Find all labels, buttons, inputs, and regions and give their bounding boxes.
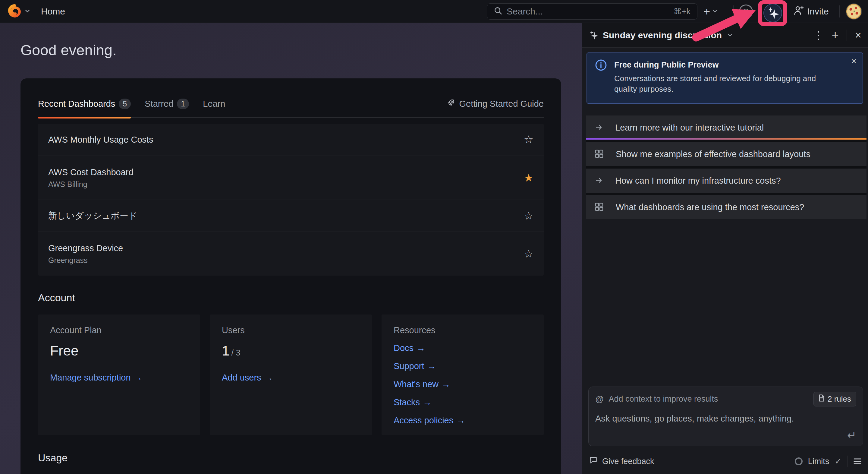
rules-count-label: 2 rules	[828, 394, 851, 404]
user-avatar[interactable]	[846, 3, 862, 20]
dashboard-row[interactable]: AWS Cost Dashboard AWS Billing ★	[38, 156, 544, 200]
star-toggle-button[interactable]: ☆	[524, 134, 533, 145]
assistant-panel: Sunday evening discussion ⋮ + × Free du	[582, 23, 868, 474]
tab-label: Learn	[203, 99, 225, 109]
plan-value: Free	[50, 343, 188, 359]
account-plan-card: Account Plan Free Manage subscription →	[38, 315, 200, 435]
tab-label: Starred	[145, 99, 173, 109]
add-users-link[interactable]: Add users →	[222, 373, 273, 383]
send-enter-icon[interactable]: ↵	[847, 429, 856, 442]
plus-icon: +	[704, 6, 710, 17]
tab-starred[interactable]: Starred 1	[145, 96, 189, 111]
suggestion-item[interactable]: Show me examples of effective dashboard …	[586, 142, 867, 166]
tab-recent-dashboards[interactable]: Recent Dashboards 5	[38, 96, 131, 111]
account-section-heading: Account	[38, 292, 544, 304]
whats-new-link[interactable]: What's new→	[394, 379, 450, 389]
speech-bubble-icon	[590, 456, 598, 467]
close-panel-button[interactable]: ×	[855, 29, 861, 41]
public-preview-banner: Free during Public Preview Conversations…	[587, 53, 863, 104]
access-policies-link[interactable]: Access policies→	[394, 415, 465, 425]
invite-button[interactable]: Invite	[794, 0, 829, 23]
menu-button[interactable]	[853, 457, 862, 465]
tab-learn[interactable]: Learn	[203, 96, 225, 111]
header-divider	[846, 30, 847, 41]
dashboard-title: AWS Cost Dashboard	[48, 167, 133, 177]
new-conversation-button[interactable]: +	[832, 28, 839, 42]
limits-label: Limits	[808, 457, 830, 466]
chat-message-textarea[interactable]	[595, 414, 830, 435]
resources-card: Resources Docs→ Support→ What's new→ Sta…	[381, 315, 544, 435]
conversation-title: Sunday evening discussion	[603, 30, 722, 40]
at-mention-icon: @	[595, 394, 604, 404]
sparkle-icon	[588, 30, 598, 41]
chat-input-box[interactable]: @ 2 rules ↵	[588, 387, 863, 446]
conversation-switcher-button[interactable]	[727, 33, 733, 37]
ai-assistant-button[interactable]	[764, 4, 782, 22]
manage-subscription-link[interactable]: Manage subscription →	[50, 373, 143, 383]
grid-icon	[595, 149, 604, 159]
dashboard-list: AWS Monthly Usage Costs ☆ AWS Cost Dashb…	[38, 124, 544, 275]
arrow-right-icon: →	[427, 361, 436, 371]
usage-section-heading: Usage	[38, 452, 544, 464]
help-icon: ?	[744, 7, 748, 16]
suggestion-label: What dashboards are using the most resou…	[616, 202, 804, 212]
users-count: 1	[222, 343, 230, 358]
create-new-button[interactable]: +	[704, 0, 717, 23]
invite-label: Invite	[807, 6, 829, 17]
search-box[interactable]: ⌘+k	[487, 3, 698, 20]
rocket-icon	[447, 98, 456, 110]
link-label: Support	[394, 361, 424, 371]
dashboard-row[interactable]: AWS Monthly Usage Costs ☆	[38, 124, 544, 156]
info-icon	[595, 59, 607, 97]
rules-badge-button[interactable]: 2 rules	[813, 392, 856, 407]
grafana-logo-menu-button[interactable]	[8, 4, 30, 20]
give-feedback-button[interactable]: Give feedback	[590, 456, 654, 467]
card-label: Users	[222, 325, 360, 335]
arrow-right-icon	[595, 176, 603, 185]
banner-body: Conversations are stored and reviewed fo…	[614, 73, 825, 94]
add-context-input[interactable]	[609, 394, 809, 404]
getting-started-label: Getting Started Guide	[459, 99, 544, 109]
tabs-row: Recent Dashboards 5 Starred 1 Learn	[38, 96, 544, 118]
link-label: Docs	[394, 343, 413, 353]
getting-started-guide-link[interactable]: Getting Started Guide	[447, 96, 544, 111]
check-icon: ✓	[835, 456, 841, 466]
top-navbar: Home ⌘+k + ?	[0, 0, 868, 23]
link-label: Access policies	[394, 415, 453, 425]
star-toggle-button[interactable]: ☆	[524, 248, 533, 259]
docs-link[interactable]: Docs→	[394, 343, 425, 353]
star-toggle-button[interactable]: ★	[524, 173, 533, 183]
dashboard-title: 新しいダッシュボード	[48, 210, 137, 222]
chevron-down-icon	[712, 9, 717, 14]
navbar-divider	[839, 5, 840, 18]
suggestion-item[interactable]: How can I monitor my infrastructure cost…	[586, 169, 867, 193]
tab-label: Recent Dashboards	[38, 99, 115, 109]
tab-count-badge: 1	[177, 98, 189, 109]
breadcrumb-home[interactable]: Home	[41, 6, 65, 17]
suggestion-label: How can I monitor my infrastructure cost…	[615, 176, 781, 186]
ai-sparkle-icon	[766, 6, 780, 21]
card-label: Account Plan	[50, 325, 188, 335]
arrow-right-icon: →	[264, 373, 273, 383]
star-toggle-button[interactable]: ☆	[524, 210, 533, 221]
dashboard-title: Greengrass Device	[48, 243, 123, 253]
dashboard-row[interactable]: 新しいダッシュボード ☆	[38, 200, 544, 232]
greeting-heading: Good evening.	[21, 41, 117, 59]
suggestion-item[interactable]: Learn more with our interactive tutorial	[586, 116, 867, 140]
arrow-right-icon	[595, 123, 603, 132]
banner-close-icon[interactable]: ×	[851, 56, 857, 66]
search-input[interactable]	[507, 6, 670, 17]
suggestion-item[interactable]: What dashboards are using the most resou…	[586, 195, 867, 219]
dashboard-row[interactable]: Greengrass Device Greengrass ☆	[38, 232, 544, 275]
card-label: Resources	[394, 325, 532, 335]
tab-count-badge: 5	[119, 98, 131, 109]
grafana-logo-icon	[8, 4, 22, 20]
support-link[interactable]: Support→	[394, 361, 436, 371]
help-button[interactable]: ?	[739, 4, 753, 19]
more-options-button[interactable]: ⋮	[813, 29, 824, 41]
arrow-right-icon: →	[134, 373, 143, 383]
document-icon	[818, 394, 825, 404]
give-feedback-label: Give feedback	[602, 457, 654, 466]
link-label: Stacks	[394, 397, 420, 407]
stacks-link[interactable]: Stacks→	[394, 397, 432, 407]
